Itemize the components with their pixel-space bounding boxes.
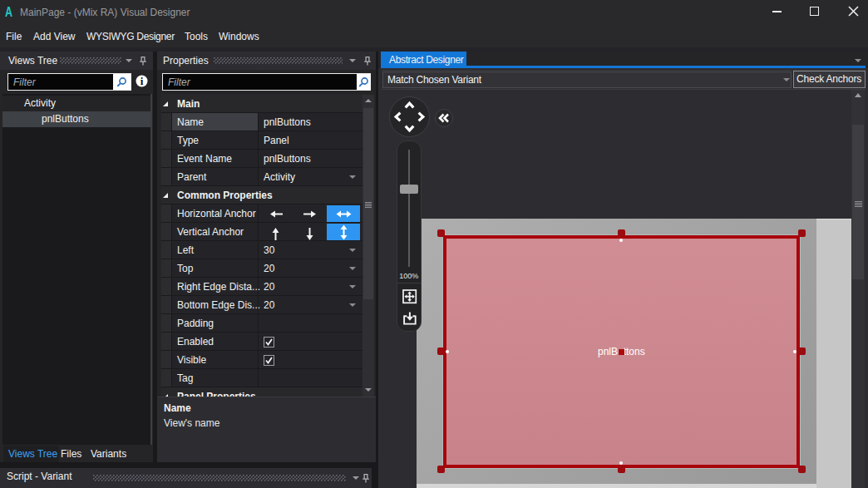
svg-text:i: i [141, 75, 144, 87]
